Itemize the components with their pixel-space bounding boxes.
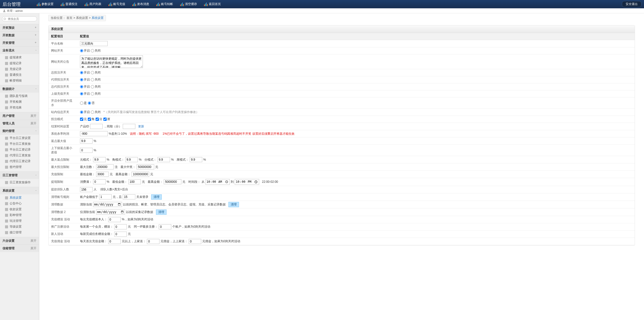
item-icon: [5, 202, 8, 205]
sidebar-item[interactable]: 平台日工资设置: [0, 135, 39, 141]
sidebar-group-header[interactable]: 契约管理-: [0, 127, 39, 135]
clean-data-date[interactable]: [93, 202, 122, 207]
sys-profit-input[interactable]: [80, 131, 108, 136]
row-platform-name: 平台名称: [49, 40, 635, 47]
item-icon: [5, 231, 8, 234]
sidebar-item[interactable]: 日工资发放操作: [0, 180, 39, 185]
sidebar-group-header[interactable]: 数据统计-: [0, 85, 39, 93]
settle-update-link[interactable]: 更新: [138, 124, 144, 129]
mode-li[interactable]: 厘: [103, 117, 110, 121]
item-icon: [5, 68, 8, 71]
item-icon: [5, 208, 8, 211]
svg-rect-7: [5, 100, 8, 103]
sidebar-group-header[interactable]: 六合设置展开: [0, 237, 39, 244]
sidebar-group-header[interactable]: 用户管理展开: [0, 112, 39, 120]
withdraw-from-time[interactable]: [206, 179, 230, 185]
max-rebate-input[interactable]: [80, 138, 93, 144]
sidebar-item[interactable]: 等级设置: [0, 224, 39, 230]
nav-recharge[interactable]: 账号充值: [105, 0, 129, 8]
sidebar-item[interactable]: 代理日工资记录: [0, 158, 39, 164]
sidebar-group-header[interactable]: 日工资管理-: [0, 171, 39, 179]
sidebar-item[interactable]: 代理日工资发放: [0, 153, 39, 158]
item-icon: [5, 56, 8, 59]
site-on-radio[interactable]: 开启: [80, 49, 90, 53]
nav-clear-cache[interactable]: 清空缓存: [177, 0, 200, 8]
sidebar-group-header[interactable]: 业务流水-: [0, 47, 39, 54]
sidebar-group-header[interactable]: 系统设置-: [0, 187, 39, 194]
sidebar-item[interactable]: 玩法管理: [0, 218, 39, 224]
item-icon: [5, 74, 8, 77]
nav-publish-msg[interactable]: 发布消息: [129, 0, 153, 8]
bc-section[interactable]: 系统设置: [76, 16, 88, 20]
sidebar-item[interactable]: 公告中心: [0, 201, 39, 206]
row-max-rebate: 返点最大值%: [49, 137, 635, 145]
site-off-radio[interactable]: 关闭: [91, 49, 101, 53]
row-recharge-commission: 充值佣金 活动每天首次充值金额：元以上，上家送：元佣金，上上家送：元佣金，如果为…: [49, 238, 635, 245]
nav-param-settings[interactable]: 参数设置: [33, 0, 57, 8]
sidebar-group-header[interactable]: 信箱管理展开: [0, 244, 39, 252]
bars-icon: [180, 3, 184, 6]
svg-rect-3: [5, 68, 8, 71]
sidebar-item[interactable]: 系统设置: [0, 195, 39, 201]
sidebar-item[interactable]: 团队盈亏报表: [0, 93, 39, 99]
svg-rect-4: [5, 74, 8, 77]
svg-rect-9: [5, 137, 8, 140]
search-input[interactable]: [2, 16, 37, 21]
row-newbie: 新人活动每新完成任务赠送金额：元: [49, 231, 635, 238]
item-icon: [5, 79, 8, 82]
nav-user-list[interactable]: 用户列表: [81, 0, 105, 8]
sidebar-group-header[interactable]: 开奖预设+: [0, 24, 39, 31]
row-recharge-limit: 充值限制 最低金额：元 最高金额：元: [49, 171, 635, 178]
top-header: 后台管理 参数设置 普通投注 用户列表 账号充值 发布消息 账号转帐 清空缓存 …: [0, 0, 644, 8]
nav-normal-bet[interactable]: 普通投注: [57, 0, 81, 8]
clean-account-button[interactable]: 清理: [151, 194, 162, 200]
svg-rect-22: [5, 231, 8, 234]
sidebar-item[interactable]: 彩种管理: [0, 212, 39, 218]
row-recharge-gift: 充值赠送 活动每次充值赠送本人：%，如果为0则关闭活动: [49, 216, 635, 223]
sidebar-item[interactable]: 开奖结果: [0, 105, 39, 111]
mode-yuan[interactable]: 元: [80, 117, 87, 121]
svg-rect-11: [5, 148, 8, 151]
svg-point-0: [4, 10, 5, 11]
sidebar-item[interactable]: 提现请求: [0, 55, 39, 60]
clean-data2-date[interactable]: [96, 209, 125, 215]
platform-name-input[interactable]: [80, 41, 108, 46]
row-site-switch: 网站开关 开启 关闭: [49, 47, 635, 54]
clean-data2-button[interactable]: 清理: [156, 209, 167, 215]
sidebar-group-header[interactable]: 开奖管理+: [0, 39, 39, 47]
panel-title: 系统设置: [49, 25, 635, 33]
sidebar-item[interactable]: 平台日工资发放: [0, 141, 39, 147]
sidebar-item[interactable]: 收款设置: [0, 206, 39, 212]
sidebar-item[interactable]: 普通投注: [0, 72, 39, 78]
logout-button[interactable]: 安全退出: [622, 1, 641, 7]
sidebar-item[interactable]: 接口管理: [0, 230, 39, 235]
svg-rect-8: [5, 106, 8, 109]
item-icon: [5, 62, 8, 65]
nav-home[interactable]: 返回首页: [200, 0, 224, 8]
bc-home[interactable]: 首页: [66, 16, 72, 20]
svg-rect-10: [5, 143, 8, 146]
rebate-diff-input[interactable]: [80, 148, 93, 153]
welcome-prefix: 欢迎：: [7, 9, 15, 13]
sidebar-item[interactable]: 提现记录: [0, 60, 39, 66]
bc-current[interactable]: 系统设置: [92, 16, 104, 20]
mode-fen[interactable]: 分: [96, 117, 102, 121]
period-input[interactable]: [123, 124, 135, 129]
withdraw-to-time[interactable]: [235, 179, 259, 185]
nav-transfer[interactable]: 账号转帐: [153, 0, 177, 8]
sidebar-item[interactable]: 签约管理: [0, 164, 39, 170]
clean-data-button[interactable]: 清理: [228, 202, 239, 207]
welcome-username: admin: [15, 9, 23, 12]
sidebar-item[interactable]: 充值记录: [0, 66, 39, 72]
row-agent-bet: 代理投注开关开启关闭: [49, 76, 635, 83]
mode-jiao[interactable]: 角: [88, 117, 95, 121]
svg-rect-15: [5, 181, 8, 184]
bars-icon: [156, 3, 160, 6]
sidebar-item[interactable]: 开奖检测: [0, 99, 39, 105]
sidebar-item[interactable]: 平台日工资记录: [0, 147, 39, 153]
sidebar-group-header[interactable]: 管理人员展开: [0, 120, 39, 127]
sidebar-item[interactable]: 帐变明细: [0, 78, 39, 84]
product-id-input[interactable]: [90, 124, 103, 129]
sidebar-group-header[interactable]: 开奖数据+: [0, 31, 39, 39]
close-notice-textarea[interactable]: [80, 55, 143, 68]
